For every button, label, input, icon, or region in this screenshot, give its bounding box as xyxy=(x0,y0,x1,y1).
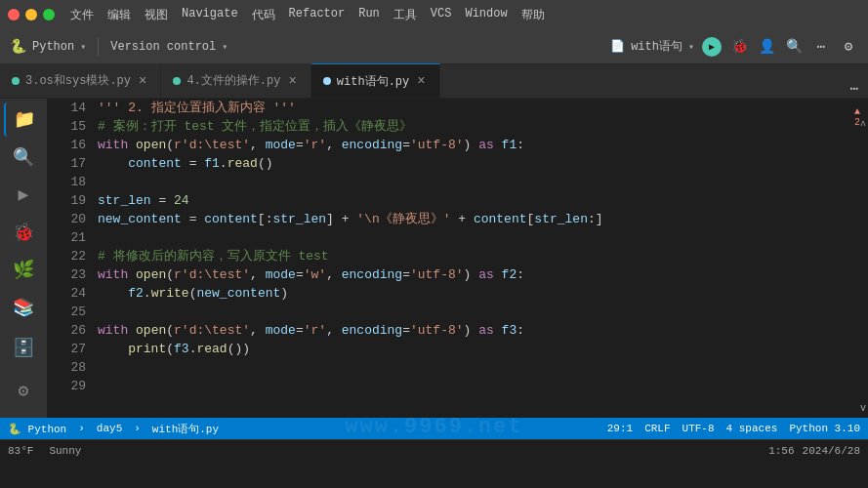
code-line-20: new_content = content [: str_len ] + '\n… xyxy=(98,210,854,228)
tab-bar: 3.os和sys模块.py × 4.文件的操作.py × with语句.py ×… xyxy=(0,64,868,99)
status-with-file[interactable]: with语句.py xyxy=(152,422,219,436)
tab-label-3: with语句.py xyxy=(337,73,409,90)
tab-close-1[interactable]: × xyxy=(137,73,148,89)
maximize-button[interactable] xyxy=(43,9,55,20)
python-icon: 🐍 xyxy=(10,38,26,55)
status-language[interactable]: Python 3.10 xyxy=(789,423,860,434)
version-control[interactable]: Version control ▾ xyxy=(110,40,227,54)
activity-bar: 📁 🔍 ▶ 🐞 🌿 📚 🗄️ ⚙ xyxy=(0,99,47,418)
menu-bar-items: 文件 编辑 视图 Navigate 代码 Refactor Run 工具 VCS… xyxy=(70,7,545,23)
activity-layers[interactable]: 📚 xyxy=(4,291,43,325)
activity-explorer[interactable]: 📁 xyxy=(4,102,43,137)
status-bar: 🐍 Python › day5 › with语句.py 29:1 CRLF UT… xyxy=(0,418,868,439)
activity-git[interactable]: 🌿 xyxy=(4,253,43,287)
code-line-21 xyxy=(98,228,854,247)
activity-search[interactable]: 🔍 xyxy=(4,141,43,175)
menu-refactor[interactable]: Refactor xyxy=(289,7,346,23)
status-line-ending[interactable]: CRLF xyxy=(644,423,670,434)
tab-with[interactable]: with语句.py × xyxy=(311,63,440,98)
scroll-indicator: ^ xyxy=(860,120,866,131)
code-line-25 xyxy=(98,303,854,321)
status-encoding[interactable]: UTF-8 xyxy=(682,423,715,434)
tab-os-sys[interactable]: 3.os和sys模块.py × xyxy=(0,63,161,98)
with-chevron: ▾ xyxy=(688,41,694,53)
code-line-19: str_len = 24 xyxy=(98,191,854,210)
debug-button[interactable]: 🐞 xyxy=(729,37,749,57)
weather-condition: Sunny xyxy=(49,445,81,457)
menu-window[interactable]: Window xyxy=(465,7,507,23)
bottom-bar-right: 1:56 2024/6/28 xyxy=(768,445,860,457)
scroll-down-indicator: v xyxy=(860,403,866,414)
menu-edit[interactable]: 编辑 xyxy=(107,7,131,23)
toolbar-divider-1 xyxy=(98,37,99,57)
menu-vcs[interactable]: VCS xyxy=(431,7,452,23)
tab-label-2: 4.文件的操作.py xyxy=(186,72,280,89)
editor-area: 14 15 16 17 18 19 20 21 22 23 24 25 26 2… xyxy=(47,99,868,418)
menu-run[interactable]: Run xyxy=(358,7,380,23)
menu-help[interactable]: 帮助 xyxy=(521,7,545,23)
with-icon: 📄 xyxy=(610,39,625,54)
date-display: 2024/6/28 xyxy=(803,445,860,457)
code-line-23: with open ( r'd:\test' , mode = 'w' , en… xyxy=(98,265,854,284)
settings-button[interactable]: ⚙ xyxy=(839,37,858,57)
code-line-28 xyxy=(98,358,854,377)
menu-file[interactable]: 文件 xyxy=(70,7,94,23)
menu-view[interactable]: 视图 xyxy=(145,7,168,23)
tab-icon-with xyxy=(323,77,331,85)
activity-settings[interactable]: ⚙ xyxy=(4,371,43,410)
title-bar-left: 文件 编辑 视图 Navigate 代码 Refactor Run 工具 VCS… xyxy=(8,7,545,23)
activity-run[interactable]: ▶ xyxy=(4,178,43,212)
tab-icon-py1 xyxy=(12,77,20,85)
search-toolbar-button[interactable]: 🔍 xyxy=(784,37,804,57)
status-chevron: › xyxy=(78,423,85,434)
tab-close-3[interactable]: × xyxy=(415,73,427,89)
toolbar: 🐍 Python ▾ Version control ▾ 📄 with语句 ▾ … xyxy=(0,29,868,64)
tab-file-ops[interactable]: 4.文件的操作.py × xyxy=(161,63,310,98)
minimize-button[interactable] xyxy=(25,9,37,20)
run-button[interactable]: ▶ xyxy=(702,37,722,57)
code-line-26: with open ( r'd:\test' , mode = 'r' , en… xyxy=(98,321,854,340)
code-editor[interactable]: ''' 2. 指定位置插入新内容 ''' # 案例：打开 test 文件，指定位… xyxy=(94,99,854,418)
weather-temp: 83°F xyxy=(8,445,33,457)
status-indent[interactable]: 4 spaces xyxy=(726,423,778,434)
status-position[interactable]: 29:1 xyxy=(607,423,633,434)
code-line-16: with open ( r'd:\test' , mode = 'r' , en… xyxy=(98,136,854,154)
title-bar: 文件 编辑 视图 Navigate 代码 Refactor Run 工具 VCS… xyxy=(0,0,868,29)
version-control-label: Version control xyxy=(110,40,216,54)
menu-code[interactable]: 代码 xyxy=(252,7,275,23)
code-line-15: # 案例：打开 test 文件，指定位置，插入《静夜思》 xyxy=(98,117,854,136)
status-python[interactable]: 🐍 Python xyxy=(8,423,66,435)
bottom-bar: 83°F Sunny 1:56 2024/6/28 xyxy=(0,439,868,461)
status-day[interactable]: day5 xyxy=(97,423,122,434)
menu-navigate[interactable]: Navigate xyxy=(182,7,238,23)
project-chevron: ▾ xyxy=(80,41,86,53)
code-line-27: print ( f3 . read ()) xyxy=(98,340,854,358)
line-numbers: 14 15 16 17 18 19 20 21 22 23 24 25 26 2… xyxy=(47,99,94,418)
profile-button[interactable]: 👤 xyxy=(757,37,776,57)
close-button[interactable] xyxy=(8,9,20,20)
time-display: 1:56 xyxy=(768,445,794,457)
tab-icon-py2 xyxy=(173,77,181,85)
status-chevron2: › xyxy=(134,423,141,434)
with-filename: with语句 xyxy=(631,38,682,55)
activity-debug[interactable]: 🐞 xyxy=(4,216,43,250)
more-button[interactable]: ⋯ xyxy=(811,37,831,57)
project-selector[interactable]: 🐍 Python ▾ xyxy=(10,38,86,55)
status-bar-right: 29:1 CRLF UTF-8 4 spaces Python 3.10 xyxy=(607,423,860,434)
project-name: Python xyxy=(32,40,74,54)
python-logo-icon: 🐍 xyxy=(8,424,21,435)
tab-label-1: 3.os和sys模块.py xyxy=(25,72,131,89)
code-line-24: f2 . write ( new_content ) xyxy=(98,284,854,303)
tab-more-button[interactable]: ⋯ xyxy=(845,78,864,98)
tab-close-2[interactable]: × xyxy=(286,73,298,89)
code-line-29 xyxy=(98,377,854,395)
toolbar-right: 📄 with语句 ▾ ▶ 🐞 👤 🔍 ⋯ ⚙ xyxy=(610,37,858,57)
menu-tools[interactable]: 工具 xyxy=(393,7,417,23)
code-line-22: # 将修改后的新内容，写入原文件 test xyxy=(98,247,854,265)
code-line-17: content = f1 . read () xyxy=(98,154,854,173)
branch-chevron: ▾ xyxy=(222,41,227,53)
minimap: ▲ 2 ^ v xyxy=(854,99,868,418)
activity-database[interactable]: 🗄️ xyxy=(4,328,43,367)
with-file-selector[interactable]: 📄 with语句 ▾ xyxy=(610,38,694,55)
code-line-18 xyxy=(98,173,854,191)
